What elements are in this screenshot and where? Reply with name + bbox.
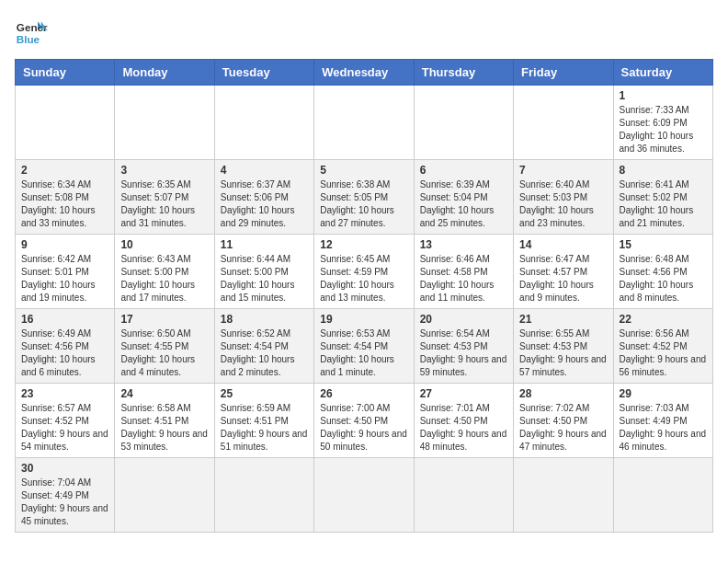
logo-icon: General Blue: [15, 15, 48, 48]
calendar-day-cell: 6Sunrise: 6:39 AM Sunset: 5:04 PM Daylig…: [414, 160, 513, 235]
day-sun-info: Sunrise: 6:39 AM Sunset: 5:04 PM Dayligh…: [420, 178, 507, 230]
day-number: 5: [320, 164, 407, 177]
day-of-week-header: Thursday: [414, 60, 513, 86]
calendar-day-cell: 7Sunrise: 6:40 AM Sunset: 5:03 PM Daylig…: [514, 160, 613, 235]
calendar-day-cell: [613, 458, 712, 533]
calendar-day-cell: 12Sunrise: 6:45 AM Sunset: 4:59 PM Dayli…: [314, 235, 414, 309]
calendar-day-cell: 16Sunrise: 6:49 AM Sunset: 4:56 PM Dayli…: [16, 309, 115, 384]
calendar-week-row: 16Sunrise: 6:49 AM Sunset: 4:56 PM Dayli…: [16, 309, 713, 384]
calendar-week-row: 23Sunrise: 6:57 AM Sunset: 4:52 PM Dayli…: [16, 384, 713, 458]
day-number: 19: [320, 313, 407, 326]
day-sun-info: Sunrise: 6:46 AM Sunset: 4:58 PM Dayligh…: [420, 253, 507, 304]
calendar-day-cell: 19Sunrise: 6:53 AM Sunset: 4:54 PM Dayli…: [314, 309, 414, 384]
day-number: 25: [221, 387, 308, 400]
calendar-day-cell: [115, 86, 214, 160]
day-number: 18: [221, 313, 308, 326]
days-of-week-row: SundayMondayTuesdayWednesdayThursdayFrid…: [16, 60, 713, 86]
day-number: 27: [420, 387, 507, 400]
calendar-week-row: 1Sunrise: 7:33 AM Sunset: 6:09 PM Daylig…: [16, 86, 713, 160]
day-number: 23: [21, 387, 108, 400]
calendar-day-cell: [514, 458, 613, 533]
day-of-week-header: Saturday: [613, 60, 712, 86]
day-of-week-header: Sunday: [16, 60, 115, 86]
calendar-day-cell: 5Sunrise: 6:38 AM Sunset: 5:05 PM Daylig…: [314, 160, 414, 235]
day-number: 6: [420, 164, 507, 177]
day-sun-info: Sunrise: 6:58 AM Sunset: 4:51 PM Dayligh…: [120, 402, 208, 454]
day-sun-info: Sunrise: 6:52 AM Sunset: 4:54 PM Dayligh…: [221, 327, 308, 379]
calendar-day-cell: 15Sunrise: 6:48 AM Sunset: 4:56 PM Dayli…: [613, 235, 712, 309]
day-of-week-header: Friday: [514, 60, 613, 86]
day-number: 26: [320, 387, 407, 400]
day-sun-info: Sunrise: 6:37 AM Sunset: 5:06 PM Dayligh…: [221, 178, 308, 230]
calendar-day-cell: 29Sunrise: 7:03 AM Sunset: 4:49 PM Dayli…: [613, 384, 712, 458]
day-number: 4: [221, 164, 308, 177]
day-number: 2: [21, 164, 108, 177]
day-sun-info: Sunrise: 6:47 AM Sunset: 4:57 PM Dayligh…: [519, 253, 607, 304]
calendar-day-cell: [514, 86, 613, 160]
calendar-day-cell: 26Sunrise: 7:00 AM Sunset: 4:50 PM Dayli…: [314, 384, 414, 458]
page-header: General Blue: [15, 15, 713, 48]
day-sun-info: Sunrise: 6:53 AM Sunset: 4:54 PM Dayligh…: [320, 327, 407, 379]
day-sun-info: Sunrise: 6:56 AM Sunset: 4:52 PM Dayligh…: [620, 327, 707, 379]
calendar-day-cell: 25Sunrise: 6:59 AM Sunset: 4:51 PM Dayli…: [214, 384, 313, 458]
day-sun-info: Sunrise: 6:45 AM Sunset: 4:59 PM Dayligh…: [320, 253, 407, 304]
day-of-week-header: Tuesday: [214, 60, 313, 86]
calendar-week-row: 2Sunrise: 6:34 AM Sunset: 5:08 PM Daylig…: [16, 160, 713, 235]
day-number: 22: [620, 313, 707, 326]
day-number: 12: [320, 238, 407, 251]
calendar-day-cell: 17Sunrise: 6:50 AM Sunset: 4:55 PM Dayli…: [115, 309, 214, 384]
calendar-day-cell: 18Sunrise: 6:52 AM Sunset: 4:54 PM Dayli…: [214, 309, 313, 384]
calendar-day-cell: 10Sunrise: 6:43 AM Sunset: 5:00 PM Dayli…: [115, 235, 214, 309]
day-number: 28: [519, 387, 607, 400]
calendar-day-cell: 13Sunrise: 6:46 AM Sunset: 4:58 PM Dayli…: [414, 235, 513, 309]
day-sun-info: Sunrise: 7:01 AM Sunset: 4:50 PM Dayligh…: [420, 402, 507, 454]
day-sun-info: Sunrise: 6:50 AM Sunset: 4:55 PM Dayligh…: [120, 327, 208, 379]
day-sun-info: Sunrise: 7:04 AM Sunset: 4:49 PM Dayligh…: [21, 477, 108, 528]
calendar-day-cell: 24Sunrise: 6:58 AM Sunset: 4:51 PM Dayli…: [115, 384, 214, 458]
calendar-day-cell: 30Sunrise: 7:04 AM Sunset: 4:49 PM Dayli…: [16, 458, 115, 533]
day-number: 11: [221, 238, 308, 251]
calendar-day-cell: 3Sunrise: 6:35 AM Sunset: 5:07 PM Daylig…: [115, 160, 214, 235]
day-sun-info: Sunrise: 7:33 AM Sunset: 6:09 PM Dayligh…: [620, 104, 707, 155]
day-number: 21: [519, 313, 607, 326]
calendar-day-cell: [314, 86, 414, 160]
day-of-week-header: Monday: [115, 60, 214, 86]
calendar-day-cell: 9Sunrise: 6:42 AM Sunset: 5:01 PM Daylig…: [16, 235, 115, 309]
day-sun-info: Sunrise: 6:49 AM Sunset: 4:56 PM Dayligh…: [21, 327, 108, 379]
calendar-body: 1Sunrise: 7:33 AM Sunset: 6:09 PM Daylig…: [16, 86, 713, 533]
day-number: 14: [519, 238, 607, 251]
calendar-day-cell: 23Sunrise: 6:57 AM Sunset: 4:52 PM Dayli…: [16, 384, 115, 458]
calendar-day-cell: [414, 86, 513, 160]
svg-text:Blue: Blue: [17, 33, 40, 45]
calendar-day-cell: 8Sunrise: 6:41 AM Sunset: 5:02 PM Daylig…: [613, 160, 712, 235]
day-number: 7: [519, 164, 607, 177]
calendar-header: SundayMondayTuesdayWednesdayThursdayFrid…: [16, 60, 713, 86]
day-sun-info: Sunrise: 6:42 AM Sunset: 5:01 PM Dayligh…: [21, 253, 108, 304]
day-number: 9: [21, 238, 108, 251]
day-number: 1: [620, 89, 707, 102]
calendar-day-cell: 22Sunrise: 6:56 AM Sunset: 4:52 PM Dayli…: [613, 309, 712, 384]
day-sun-info: Sunrise: 7:03 AM Sunset: 4:49 PM Dayligh…: [620, 402, 707, 454]
calendar-day-cell: 27Sunrise: 7:01 AM Sunset: 4:50 PM Dayli…: [414, 384, 513, 458]
logo: General Blue: [15, 15, 48, 48]
day-sun-info: Sunrise: 6:57 AM Sunset: 4:52 PM Dayligh…: [21, 402, 108, 454]
calendar-day-cell: [314, 458, 414, 533]
day-sun-info: Sunrise: 6:38 AM Sunset: 5:05 PM Dayligh…: [320, 178, 407, 230]
day-number: 13: [420, 238, 507, 251]
calendar-day-cell: 28Sunrise: 7:02 AM Sunset: 4:50 PM Dayli…: [514, 384, 613, 458]
day-sun-info: Sunrise: 6:35 AM Sunset: 5:07 PM Dayligh…: [120, 178, 208, 230]
day-number: 17: [120, 313, 208, 326]
calendar-week-row: 30Sunrise: 7:04 AM Sunset: 4:49 PM Dayli…: [16, 458, 713, 533]
day-number: 15: [620, 238, 707, 251]
day-number: 16: [21, 313, 108, 326]
day-sun-info: Sunrise: 6:41 AM Sunset: 5:02 PM Dayligh…: [620, 178, 707, 230]
day-sun-info: Sunrise: 6:40 AM Sunset: 5:03 PM Dayligh…: [519, 178, 607, 230]
calendar-week-row: 9Sunrise: 6:42 AM Sunset: 5:01 PM Daylig…: [16, 235, 713, 309]
calendar-day-cell: [16, 86, 115, 160]
day-number: 10: [120, 238, 208, 251]
day-sun-info: Sunrise: 6:55 AM Sunset: 4:53 PM Dayligh…: [519, 327, 607, 379]
calendar-day-cell: [115, 458, 214, 533]
day-sun-info: Sunrise: 6:48 AM Sunset: 4:56 PM Dayligh…: [620, 253, 707, 304]
calendar-day-cell: 14Sunrise: 6:47 AM Sunset: 4:57 PM Dayli…: [514, 235, 613, 309]
day-number: 30: [21, 462, 108, 475]
